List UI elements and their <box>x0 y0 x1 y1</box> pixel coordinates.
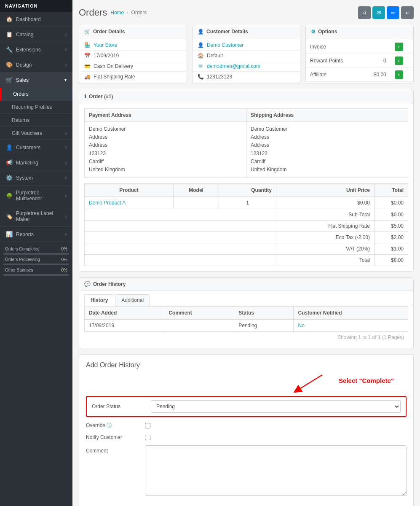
options-table: Invoice + Reward Points 0 + Affiliate $0… <box>306 40 413 82</box>
product-model-cell <box>173 197 219 209</box>
ship-line-2: Address <box>251 141 404 149</box>
print-button[interactable]: 🖨 <box>358 6 371 19</box>
sidebar-subitem-label: Orders <box>13 91 29 97</box>
pay-line-1: Address <box>89 133 242 141</box>
sidebar-item-label: System <box>16 175 33 181</box>
chevron-right-icon: › <box>65 160 67 165</box>
gear-icon: ⚙ <box>311 29 316 35</box>
tab-additional[interactable]: Additional <box>115 294 150 306</box>
date-added-header: Date Added <box>85 307 164 320</box>
history-date: 17/09/2019 <box>85 320 164 332</box>
catalog-icon: 📋 <box>6 31 13 38</box>
sidebar-item-design[interactable]: 🎨 Design › <box>0 57 72 73</box>
order-info-body: Payment Address Shipping Address Demo Cu… <box>79 103 413 271</box>
chevron-right-icon: › <box>65 232 67 237</box>
sidebar-item-label: Design <box>16 62 32 68</box>
sidebar-item-catalog[interactable]: 📋 Catalog › <box>0 27 72 42</box>
breadcrumb-home[interactable]: Home <box>110 10 124 16</box>
product-col-header: Product <box>85 184 174 197</box>
reward-add-button[interactable]: + <box>395 57 403 65</box>
history-comment <box>164 320 234 332</box>
affiliate-btn-cell: + <box>391 68 413 82</box>
shipping-address-header: Shipping Address <box>246 109 408 122</box>
comment-header: Comment <box>164 307 234 320</box>
sidebar-item-gift[interactable]: Gift Vouchers › <box>0 127 72 140</box>
summary-row: Eco Tax (-2.00) $2.00 <box>85 232 408 243</box>
sidebar-item-recurring[interactable]: Recurring Profiles <box>0 101 72 114</box>
message-button[interactable]: ✉ <box>372 6 385 19</box>
notify-link[interactable]: No <box>298 323 304 328</box>
affiliate-value: $0.00 <box>362 68 391 82</box>
chevron-right-icon: › <box>65 131 67 136</box>
back-button[interactable]: ↩ <box>401 6 414 19</box>
override-label: Override ⓘ <box>86 422 145 429</box>
unit-price-col-header: Unit Price <box>276 184 374 197</box>
date-icon: 📅 <box>83 53 91 59</box>
override-checkbox[interactable] <box>145 423 150 428</box>
comment-wrap <box>145 445 407 497</box>
customer-group: Default <box>207 53 223 59</box>
ship-line-5: United Kingdom <box>251 166 404 174</box>
product-link[interactable]: Demo Product A <box>89 200 126 206</box>
cart-icon: 🛒 <box>84 29 91 35</box>
breadcrumb-current: Orders <box>131 10 147 16</box>
history-bubble-icon: 💬 <box>84 281 91 287</box>
orders-completed-label: Orders Completed <box>5 247 40 251</box>
customer-name-row: 👤 Demo Customer <box>193 40 300 51</box>
extensions-icon: 🔧 <box>6 46 13 53</box>
history-status: Pending <box>234 320 294 332</box>
sidebar-item-purpletree-lm[interactable]: 🏷️ Purpletree Label Maker › <box>0 206 72 227</box>
customer-details-title: Customer Details <box>206 29 248 35</box>
sidebar-item-label: Purpletree Label Maker <box>16 210 65 222</box>
sidebar-item-label: Dashboard <box>16 16 41 22</box>
sidebar-item-label: Purpletree Multivendor <box>16 190 65 202</box>
chevron-right-icon: › <box>65 62 67 67</box>
option-invoice-row: Invoice + <box>306 40 413 54</box>
payment-address-cell: Demo Customer Address Address 123123 Car… <box>85 122 246 178</box>
chevron-right-icon: › <box>65 214 67 219</box>
store-icon: 🏪 <box>83 42 91 48</box>
sidebar-item-dashboard[interactable]: 🏠 Dashboard <box>0 12 72 27</box>
store-link[interactable]: Your Store <box>94 42 117 48</box>
tab-history[interactable]: History <box>84 294 114 306</box>
invoice-btn-cell: + <box>391 40 413 54</box>
option-affiliate-row: Affiliate $0.00 + <box>306 68 413 82</box>
sidebar-item-orders[interactable]: Orders <box>0 88 72 101</box>
sidebar-item-reports[interactable]: 📊 Reports › <box>0 227 72 242</box>
sidebar-item-returns[interactable]: Returns <box>0 114 72 127</box>
orders-completed-pct: 0% <box>62 247 67 251</box>
order-history-panel: 💬 Order History History Additional Date … <box>79 277 414 348</box>
marketing-icon: 📢 <box>6 159 13 166</box>
ship-line-1: Address <box>251 133 404 141</box>
annotation-text: Select "Complete" <box>339 377 394 384</box>
customer-notified-header: Customer Notified <box>294 307 408 320</box>
notify-customer-checkbox[interactable] <box>145 435 150 440</box>
order-status-select[interactable]: PendingProcessingShippedCompleteCancelle… <box>151 400 401 413</box>
sidebar-item-label: Customers <box>16 145 40 151</box>
sidebar-item-system[interactable]: ⚙️ System › <box>0 170 72 186</box>
notify-customer-label: Notify Customer <box>86 434 145 440</box>
sidebar-item-extensions[interactable]: 🔧 Extensions › <box>0 42 72 57</box>
orders-processing-label: Orders Processing <box>5 257 40 262</box>
sidebar-item-label: Sales <box>16 77 29 83</box>
product-name-cell: Demo Product A <box>85 197 174 209</box>
affiliate-add-button[interactable]: + <box>395 70 403 79</box>
option-reward-row: Reward Points 0 + <box>306 54 413 68</box>
add-order-history-section: Add Order History Select "Complete" Orde… <box>79 354 414 506</box>
header-buttons: 🖨 ✉ ✏ ↩ <box>358 6 414 19</box>
sidebar-item-customers[interactable]: 👤 Customers › <box>0 140 72 155</box>
sidebar-item-marketing[interactable]: 📢 Marketing › <box>0 155 72 170</box>
sidebar-item-purpletree-mv[interactable]: 🌳 Purpletree Multivendor › <box>0 186 72 206</box>
summary-row: Sub-Total $0.00 <box>85 209 408 221</box>
sidebar-item-sales[interactable]: 🛒 Sales ▾ <box>0 73 72 88</box>
pay-line-3: 123123 <box>89 150 242 158</box>
customer-name-link[interactable]: Demo Customer <box>207 42 243 48</box>
order-details-card: 🛒 Order Details 🏪 Your Store 📅 17/09/201… <box>79 25 187 84</box>
order-details-body: 🏪 Your Store 📅 17/09/2019 💳 Cash On Deli… <box>79 38 187 83</box>
customer-email-link[interactable]: demodmeo@gmial.com <box>207 63 260 69</box>
invoice-add-button[interactable]: + <box>395 43 403 51</box>
qty-col-header: Quantity <box>219 184 276 197</box>
edit-button[interactable]: ✏ <box>387 6 399 19</box>
comment-textarea[interactable] <box>145 445 407 496</box>
main-content: Orders Home › Orders 🖨 ✉ ✏ ↩ 🛒 Order Det… <box>72 0 420 506</box>
